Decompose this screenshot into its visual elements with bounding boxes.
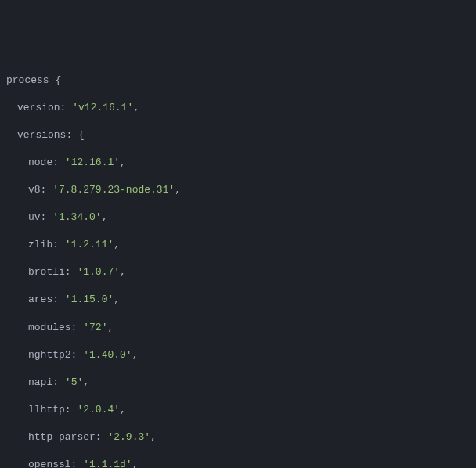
modules-value: '72' [83,322,107,333]
brotli-value: '1.0.7' [77,266,120,278]
process-label: process [6,74,49,86]
ares-key: ares: [28,293,59,305]
node-value: '12.16.1' [65,157,120,168]
zlib-key: zlib: [28,239,59,250]
modules-key: modules: [28,322,77,333]
nghttp2-value: '1.40.0' [83,349,132,361]
llhttp-value: '2.0.4' [77,404,120,416]
code-output: process { version: 'v12.16.1', versions:… [6,59,470,468]
version-value: 'v12.16.1' [72,102,133,113]
openssl-value: '1.1.1d' [83,459,132,468]
openssl-key: openssl: [28,459,77,468]
llhttp-key: llhttp: [28,404,71,416]
nghttp2-key: nghttp2: [28,349,77,361]
version-key: version: [17,102,66,113]
zlib-value: '1.2.11' [65,239,114,250]
v8-key: v8: [28,184,46,196]
ares-value: '1.15.0' [65,293,114,305]
v8-value: '7.8.279.23-node.31' [52,184,175,196]
uv-value: '1.34.0' [52,211,101,223]
brotli-key: brotli: [28,266,71,278]
uv-key: uv: [28,211,46,223]
http-parser-value: '2.9.3' [107,431,150,443]
napi-value: '5' [65,376,83,388]
versions-key: versions: [17,129,72,141]
node-key: node: [28,157,59,168]
http-parser-key: http_parser: [28,431,102,443]
napi-key: napi: [28,376,59,388]
